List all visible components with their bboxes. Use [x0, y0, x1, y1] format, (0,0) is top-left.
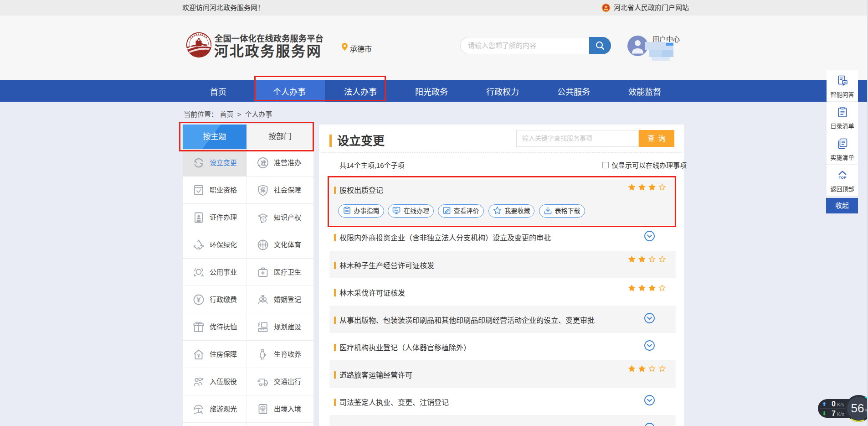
svg-text:?: ? [262, 218, 265, 222]
svg-text:准: 准 [260, 160, 266, 166]
svg-text:保: 保 [260, 187, 266, 193]
svg-text:56: 56 [851, 401, 864, 415]
svg-text:TOP: TOP [838, 176, 846, 180]
